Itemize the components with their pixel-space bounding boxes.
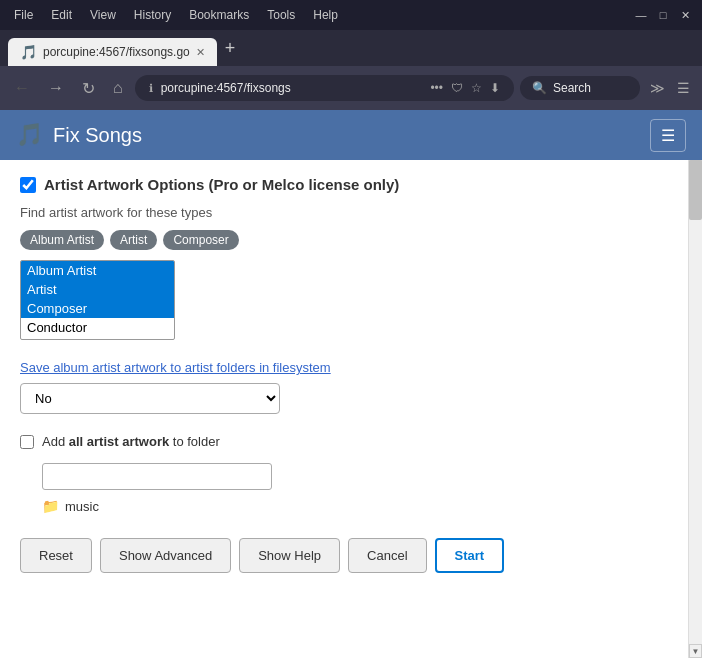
search-icon: 🔍 <box>532 81 547 95</box>
section-toggle-checkbox[interactable] <box>20 177 36 193</box>
folder-checkbox-label: Add all artist artwork to folder <box>42 434 220 449</box>
tag-artist[interactable]: Artist <box>110 230 157 250</box>
url-text: porcupine:4567/fixsongs <box>161 81 423 95</box>
menu-file[interactable]: File <box>8 6 39 24</box>
save-field-label[interactable]: Save album artist artwork to artist fold… <box>20 360 668 375</box>
url-more-button[interactable]: ••• <box>430 81 443 95</box>
scrollbar-thumb[interactable] <box>689 160 702 220</box>
new-tab-button[interactable]: + <box>217 38 244 59</box>
menu-edit[interactable]: Edit <box>45 6 78 24</box>
show-advanced-button[interactable]: Show Advanced <box>100 538 231 573</box>
page-container: Artist Artwork Options (Pro or Melco lic… <box>0 160 702 658</box>
button-row: Reset Show Advanced Show Help Cancel Sta… <box>20 538 668 583</box>
search-box[interactable]: 🔍 Search <box>520 76 640 100</box>
back-button[interactable]: ← <box>8 75 36 101</box>
menu-history[interactable]: History <box>128 6 177 24</box>
folder-icon: 📁 <box>42 498 59 514</box>
menu-button[interactable]: ☰ <box>673 76 694 100</box>
url-actions: ••• 🛡 ☆ ⬇ <box>430 81 500 95</box>
section-header: Artist Artwork Options (Pro or Melco lic… <box>20 176 668 193</box>
start-button[interactable]: Start <box>435 538 505 573</box>
tab-label: porcupine:4567/fixsongs.go <box>43 45 190 59</box>
select-row: No Yes <box>20 383 668 414</box>
address-bar: ← → ↻ ⌂ ℹ porcupine:4567/fixsongs ••• 🛡 … <box>0 66 702 110</box>
tag-composer[interactable]: Composer <box>163 230 238 250</box>
folder-name: music <box>65 499 99 514</box>
window-controls: — □ ✕ <box>632 6 694 24</box>
folder-checkbox-row: Add all artist artwork to folder <box>20 434 668 449</box>
menu-help[interactable]: Help <box>307 6 344 24</box>
listbox-option-artist[interactable]: Artist <box>21 280 174 299</box>
app-title: Fix Songs <box>53 124 142 147</box>
url-bar[interactable]: ℹ porcupine:4567/fixsongs ••• 🛡 ☆ ⬇ <box>135 75 514 101</box>
menu-tools[interactable]: Tools <box>261 6 301 24</box>
tab-icon: 🎵 <box>20 44 37 60</box>
toolbar-actions: ≫ ☰ <box>646 76 694 100</box>
active-tab[interactable]: 🎵 porcupine:4567/fixsongs.go ✕ <box>8 38 217 66</box>
home-button[interactable]: ⌂ <box>107 75 129 101</box>
find-label: Find artist artwork for these types <box>20 205 668 220</box>
hamburger-button[interactable]: ☰ <box>650 119 686 152</box>
app-header: 🎵 Fix Songs ☰ <box>0 110 702 160</box>
listbox-option-album-artist[interactable]: Album Artist <box>21 261 174 280</box>
pocket-icon[interactable]: 🛡 <box>451 81 463 95</box>
menu-bookmarks[interactable]: Bookmarks <box>183 6 255 24</box>
close-button[interactable]: ✕ <box>676 6 694 24</box>
cancel-button[interactable]: Cancel <box>348 538 426 573</box>
file-tree: 📁 music <box>42 498 668 514</box>
folder-input-container <box>42 463 668 490</box>
bookmark-icon[interactable]: ☆ <box>471 81 482 95</box>
reload-button[interactable]: ↻ <box>76 75 101 102</box>
section-toggle-label[interactable]: Artist Artwork Options (Pro or Melco lic… <box>20 176 399 193</box>
listbox-option-composer[interactable]: Composer <box>21 299 174 318</box>
section-title: Artist Artwork Options (Pro or Melco lic… <box>44 176 399 193</box>
show-help-button[interactable]: Show Help <box>239 538 340 573</box>
minimize-button[interactable]: — <box>632 6 650 24</box>
save-to-folder-select[interactable]: No Yes <box>20 383 280 414</box>
folder-path-input[interactable] <box>42 463 272 490</box>
reset-button[interactable]: Reset <box>20 538 92 573</box>
scrollbar-track: ▲ ▼ <box>688 160 702 658</box>
overflow-button[interactable]: ≫ <box>646 76 669 100</box>
file-tree-item: 📁 music <box>42 498 668 514</box>
artist-type-listbox[interactable]: Album Artist Artist Composer Conductor <box>20 260 175 340</box>
add-to-folder-checkbox[interactable] <box>20 435 34 449</box>
security-icon: ℹ <box>149 82 153 95</box>
forward-button[interactable]: → <box>42 75 70 101</box>
scrollbar-down-arrow[interactable]: ▼ <box>689 644 702 658</box>
tab-bar: 🎵 porcupine:4567/fixsongs.go ✕ + <box>0 30 702 66</box>
menu-view[interactable]: View <box>84 6 122 24</box>
maximize-button[interactable]: □ <box>654 6 672 24</box>
tag-row: Album Artist Artist Composer <box>20 230 668 250</box>
search-label: Search <box>553 81 591 95</box>
tag-album-artist[interactable]: Album Artist <box>20 230 104 250</box>
download-icon[interactable]: ⬇ <box>490 81 500 95</box>
browser-titlebar: File Edit View History Bookmarks Tools H… <box>0 0 702 30</box>
main-content: Artist Artwork Options (Pro or Melco lic… <box>0 160 688 658</box>
app-logo: 🎵 <box>16 122 43 148</box>
listbox-option-conductor[interactable]: Conductor <box>21 318 174 337</box>
tab-close-button[interactable]: ✕ <box>196 46 205 59</box>
